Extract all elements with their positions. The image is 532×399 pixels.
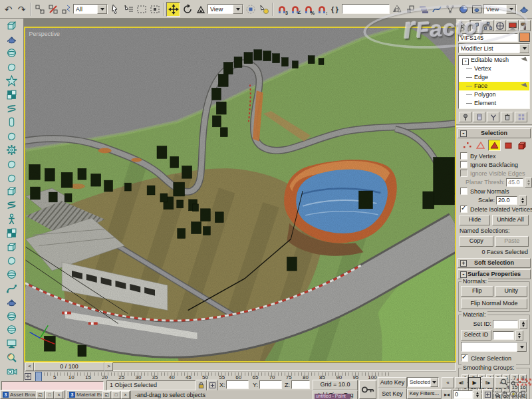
use-pivot-center-icon[interactable] (244, 3, 257, 16)
tab-utilities[interactable] (519, 20, 531, 31)
flip-button[interactable]: Flip (461, 286, 493, 297)
stack-row[interactable]: Vertex (459, 65, 529, 73)
stack-row[interactable]: -Editable Mesh (459, 56, 529, 65)
bind-to-spacewarp-icon[interactable] (60, 3, 72, 16)
copy-button[interactable]: Copy (460, 236, 493, 247)
spline-icon[interactable] (2, 281, 22, 295)
planar-thresh-spinner[interactable] (525, 178, 532, 188)
angle-snap-icon[interactable]: ∠ (289, 3, 301, 16)
star-icon[interactable] (2, 74, 22, 88)
spring-icon[interactable] (2, 102, 22, 116)
close-icon[interactable]: × (121, 391, 130, 399)
select-id-button[interactable]: Select ID (461, 330, 491, 340)
play-button[interactable]: ▶ (468, 377, 481, 388)
biped-figure-icon[interactable] (2, 212, 22, 226)
zoom-region-color-icon[interactable] (2, 350, 22, 364)
material-sphere-icon[interactable] (2, 309, 22, 323)
paste-button[interactable]: Paste (495, 236, 529, 247)
chair-icon[interactable] (2, 254, 22, 268)
stack-row[interactable]: Polygon (459, 90, 529, 99)
tab-display[interactable] (507, 20, 519, 31)
by-vertex-checkbox[interactable] (460, 152, 467, 160)
paint-window-titlebar[interactable]: untitled - Paint (315, 394, 350, 399)
select-id-field[interactable] (493, 331, 514, 340)
ignore-visible-edges-checkbox[interactable] (460, 170, 467, 177)
set-id-field[interactable] (493, 320, 518, 329)
ignore-backfacing-checkbox[interactable] (460, 161, 467, 168)
time-slider-handle[interactable]: 0 / 100 (34, 362, 104, 371)
redo-icon[interactable]: ↷ (15, 3, 28, 16)
clear-selection-checkbox[interactable] (461, 354, 468, 362)
minimized-window-titlebar[interactable]: 3Material Edit...◱□× (66, 390, 131, 399)
edge-mode-icon[interactable] (475, 140, 486, 150)
soft-selection-rollout-header[interactable]: + Soft Selection (458, 258, 531, 268)
tab-modify[interactable] (470, 20, 482, 31)
set-key-button[interactable]: Set Key (378, 388, 407, 399)
plane-book-icon[interactable] (2, 226, 22, 240)
hide-button[interactable]: Hide (460, 215, 490, 225)
quick-render-icon[interactable] (517, 3, 530, 16)
collapse-icon[interactable]: - (460, 130, 467, 137)
select-and-move-icon[interactable] (166, 2, 180, 17)
object-name-field[interactable]: VIFS145 (458, 33, 518, 42)
maximize-icon[interactable]: □ (112, 391, 120, 399)
key-mode-toggle-icon[interactable]: ▸◂ (442, 389, 452, 399)
chevron-down-icon[interactable] (517, 342, 527, 352)
face-mode-icon[interactable] (488, 140, 501, 151)
time-configuration-icon[interactable] (482, 389, 493, 399)
flip-normal-mode-button[interactable]: Flip Normal Mode (461, 299, 527, 309)
select-object-icon[interactable] (108, 3, 121, 16)
gear-icon[interactable] (2, 143, 22, 157)
show-normals-checkbox[interactable] (460, 188, 467, 195)
zoom-extents-all-icon[interactable] (524, 377, 532, 386)
current-frame-field[interactable]: 0 (453, 390, 473, 399)
close-icon[interactable]: × (55, 391, 63, 399)
select-by-name-icon[interactable] (122, 3, 134, 16)
fountain-icon[interactable] (2, 60, 22, 74)
wheel-icon[interactable] (2, 267, 22, 281)
render-type-dropdown[interactable]: View (483, 4, 517, 14)
zoom-extents-icon[interactable] (516, 377, 524, 386)
named-selection-input[interactable] (342, 4, 390, 14)
tab-create[interactable] (458, 20, 469, 31)
collapse-icon[interactable]: - (460, 271, 467, 278)
monitor-icon[interactable] (2, 336, 22, 350)
configure-modifier-sets-icon[interactable] (515, 112, 527, 122)
stack-row[interactable]: Face (459, 82, 529, 90)
x-coordinate-field[interactable] (226, 380, 249, 389)
set-keys-key-icon[interactable] (359, 380, 376, 399)
current-frame-marker[interactable] (35, 372, 42, 382)
schematic-view-icon[interactable] (444, 3, 456, 16)
next-frame-arrow[interactable]: > (104, 362, 113, 371)
named-selection-sets-icon[interactable]: { } (329, 3, 341, 16)
layer-manager-icon[interactable] (417, 3, 430, 16)
next-frame-button[interactable]: ‖▸ (481, 377, 494, 388)
curve-editor-icon[interactable] (430, 3, 443, 16)
key-mode-dropdown[interactable]: Selected (407, 377, 439, 387)
material-teapot-icon[interactable] (2, 295, 22, 309)
perspective-viewport[interactable]: Perspective (24, 27, 456, 362)
remove-modifier-icon[interactable] (501, 112, 513, 122)
window-crossing-icon[interactable] (148, 3, 161, 16)
select-and-manipulate-icon[interactable] (257, 3, 270, 16)
primitives-cube-icon[interactable] (2, 19, 22, 33)
hand-tool-icon[interactable] (2, 171, 22, 185)
y-coordinate-field[interactable] (259, 380, 282, 389)
select-id-spinner[interactable] (515, 331, 523, 340)
arc-rotate-icon[interactable] (509, 389, 517, 398)
element-mode-icon[interactable] (516, 140, 527, 150)
scale-spinner[interactable] (519, 196, 527, 205)
undo-icon[interactable]: ↶ (2, 3, 15, 16)
select-and-link-icon[interactable] (33, 3, 46, 16)
select-and-scale-icon[interactable] (194, 3, 207, 16)
spinner-snap-icon[interactable]: ↕ (315, 3, 328, 16)
zoom-all-icon[interactable] (508, 377, 516, 386)
snap-toggle-3d-icon[interactable]: 3 (275, 3, 288, 16)
set-id-spinner[interactable] (519, 319, 527, 329)
open-mini-curve-editor-icon[interactable] (24, 372, 32, 381)
foliage-icon[interactable] (2, 157, 22, 171)
unity-button[interactable]: Unity (495, 286, 528, 297)
mirror-icon[interactable] (390, 3, 403, 16)
vertex-mode-icon[interactable] (462, 140, 473, 150)
checker-icon[interactable] (2, 88, 22, 102)
